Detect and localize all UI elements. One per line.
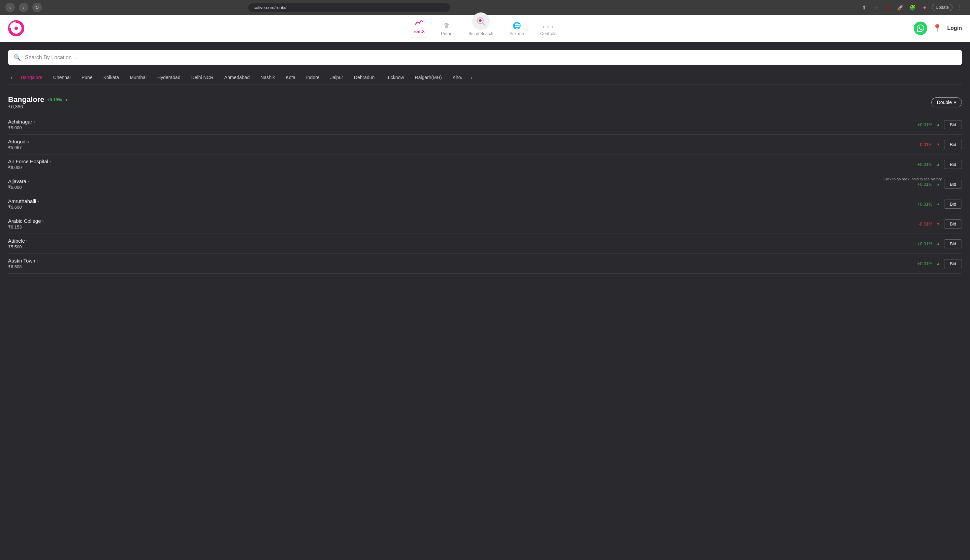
city-change: +0.19% xyxy=(47,97,62,102)
location-info: Austin Town › ₹6,508 xyxy=(8,258,38,269)
chevron-right-icon: › xyxy=(50,159,51,164)
update-button[interactable]: Update xyxy=(932,4,952,11)
city-tab-lucknow[interactable]: Lucknow xyxy=(380,73,409,82)
nav-smart-search[interactable]: Smart Search xyxy=(466,18,496,37)
city-tab-mumbai[interactable]: Mumbai xyxy=(124,73,152,82)
profile-icon[interactable]: ● xyxy=(920,3,929,12)
city-tab-chennai[interactable]: Chennai xyxy=(48,73,76,82)
location-info: Ajjavara › ₹6,000 xyxy=(8,178,29,190)
bid-button[interactable]: Bid xyxy=(944,219,962,228)
app-header: rentX ♛ Prime Smart Search 🌐 Ask me xyxy=(0,15,970,42)
location-name[interactable]: Attibele › xyxy=(8,238,28,244)
location-change: +0.01% xyxy=(918,162,932,167)
nav-ask-me[interactable]: 🌐 Ask me xyxy=(507,22,527,37)
ext2-icon[interactable]: 🚀 xyxy=(896,3,905,12)
bid-button[interactable]: Bid xyxy=(944,180,962,189)
rentx-icon xyxy=(415,19,423,28)
whatsapp-button[interactable] xyxy=(914,22,927,35)
chevron-right-icon: › xyxy=(34,120,35,124)
svg-point-1 xyxy=(15,27,18,30)
chevron-right-icon: › xyxy=(37,199,39,203)
nav-prime[interactable]: ♛ Prime xyxy=(438,22,455,37)
login-button[interactable]: Login xyxy=(947,25,962,31)
city-tab-hyderabad[interactable]: Hyderabad xyxy=(152,73,186,82)
city-tab-nashik[interactable]: Nashik xyxy=(255,73,280,82)
chevron-right-icon: › xyxy=(37,258,38,263)
location-name[interactable]: Adugodi › xyxy=(8,138,29,144)
logo[interactable] xyxy=(8,20,24,36)
nav-ask-me-label: Ask me xyxy=(509,31,524,36)
nav-rentx[interactable]: rentX xyxy=(411,19,427,37)
location-right: -0.01% ▼ Bid xyxy=(918,219,962,228)
location-name[interactable]: Achitnagar › xyxy=(8,119,35,125)
main-nav: rentX ♛ Prime Smart Search 🌐 Ask me xyxy=(411,19,559,37)
location-name[interactable]: Air Force Hospital › xyxy=(8,158,51,164)
location-price: ₹6,508 xyxy=(8,264,38,269)
nav-controls[interactable]: • • • Controls xyxy=(537,24,559,37)
location-change: +0.01% xyxy=(918,182,932,187)
bid-button[interactable]: Bid xyxy=(944,140,962,149)
nav-rentx-label: rentX xyxy=(413,29,425,35)
smart-search-icon xyxy=(476,17,486,26)
ext3-icon[interactable]: 🧩 xyxy=(908,3,917,12)
forward-button[interactable]: › xyxy=(19,3,28,12)
city-tab-bangalore[interactable]: Bangalore xyxy=(15,73,48,82)
location-name[interactable]: Ajjavara › xyxy=(8,178,29,184)
location-icon[interactable]: 📍 xyxy=(933,24,942,33)
city-title: Bangalore +0.19% ▲ xyxy=(8,95,69,104)
city-name-wrap: Bangalore +0.19% ▲ ₹6,386 xyxy=(8,95,69,109)
city-tab-delhi-ncr[interactable]: Delhi NCR xyxy=(186,73,219,82)
table-row: Air Force Hospital › ₹9,000 +0.01% ▲ Bid xyxy=(8,155,962,174)
bid-button[interactable]: Bid xyxy=(944,239,962,248)
refresh-button[interactable]: ↻ xyxy=(32,3,42,12)
city-nav-prev[interactable]: ‹ xyxy=(8,74,15,81)
table-row: Arabic College › ₹6,153 -0.01% ▼ Bid xyxy=(8,214,962,234)
address-bar[interactable] xyxy=(248,3,450,12)
change-arrow-icon: ▲ xyxy=(936,162,940,166)
location-right: -0.01% ▼ Bid xyxy=(918,140,962,149)
bid-button[interactable]: Bid xyxy=(944,160,962,169)
double-button[interactable]: Double ▾ xyxy=(931,97,962,107)
bookmark-icon[interactable]: ☆ xyxy=(871,3,881,12)
share-icon[interactable]: ⬆ xyxy=(859,3,869,12)
city-tab-dehradun[interactable]: Dehradun xyxy=(349,73,380,82)
ext1-icon[interactable]: V xyxy=(883,3,893,12)
location-price: ₹6,153 xyxy=(8,225,44,230)
location-info: Adugodi › ₹5,967 xyxy=(8,138,29,150)
location-change: +0.01% xyxy=(918,202,932,207)
city-tab-kolkata[interactable]: Kolkata xyxy=(98,73,125,82)
city-tab-ahmedabad[interactable]: Ahmedabad xyxy=(219,73,255,82)
location-change: +0.01% xyxy=(918,241,932,246)
change-arrow-icon: ▲ xyxy=(936,262,940,265)
table-row: Amruthahalli › ₹6,600 +0.01% ▲ Bid xyxy=(8,194,962,214)
location-price: ₹6,000 xyxy=(8,185,29,190)
change-arrow-icon: ▲ xyxy=(936,182,940,186)
back-button[interactable]: ‹ xyxy=(5,3,15,12)
location-change: -0.01% xyxy=(918,142,932,147)
city-tab-pune[interactable]: Pune xyxy=(76,73,98,82)
more-icon[interactable]: ⋮ xyxy=(955,3,965,12)
location-price: ₹5,500 xyxy=(8,244,28,249)
double-label: Double xyxy=(937,100,952,105)
city-tab-raigarh[interactable]: Raigarh(MH) xyxy=(410,73,447,82)
browser-actions: ⬆ ☆ V 🚀 🧩 ● Update ⋮ xyxy=(859,3,965,12)
bid-button[interactable]: Bid xyxy=(944,200,962,208)
location-name[interactable]: Amruthahalli › xyxy=(8,198,39,204)
city-tab-kho[interactable]: Kho› xyxy=(447,73,468,82)
city-tab-kota[interactable]: Kota xyxy=(280,73,301,82)
bid-button[interactable]: Bid xyxy=(944,259,962,268)
city-tab-jaipur[interactable]: Jaipur xyxy=(325,73,349,82)
search-input[interactable] xyxy=(25,55,957,61)
nav-smart-search-label: Smart Search xyxy=(468,31,493,36)
change-arrow-icon: ▲ xyxy=(936,122,940,127)
city-tab-indore[interactable]: Indore xyxy=(301,73,325,82)
location-name[interactable]: Arabic College › xyxy=(8,218,44,224)
location-list: Achitnagar › ₹5,000 +0.01% ▲ Bid Adugodi… xyxy=(8,115,962,273)
city-header: Bangalore +0.19% ▲ ₹6,386 Double ▾ xyxy=(8,93,962,112)
location-right: +0.01% ▲ Bid xyxy=(918,200,962,208)
city-nav-next[interactable]: › xyxy=(468,74,475,81)
svg-point-4 xyxy=(479,19,482,22)
prime-icon: ♛ xyxy=(443,22,450,30)
bid-button[interactable]: Bid xyxy=(944,120,962,129)
location-name[interactable]: Austin Town › xyxy=(8,258,38,263)
